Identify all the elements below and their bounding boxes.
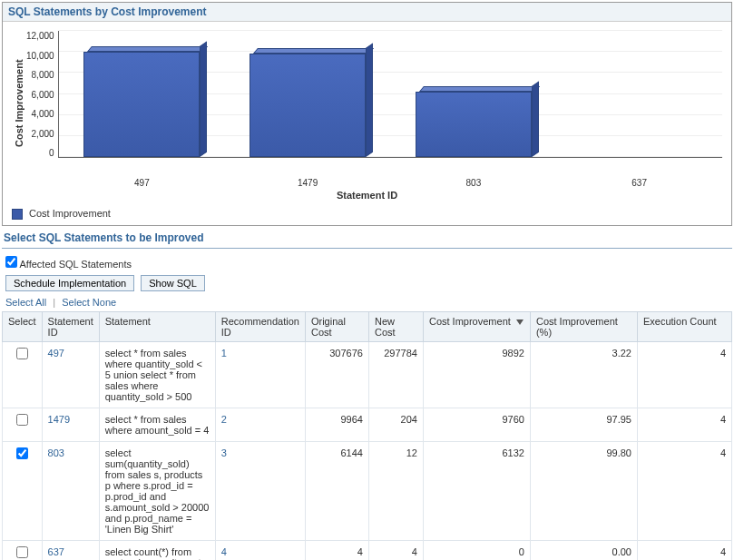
ytick: 0 [26,148,54,158]
original-cost: 4 [305,541,368,560]
ytick: 12,000 [26,31,54,41]
chart-bar[interactable] [250,54,366,157]
select-links: Select All | Select None [2,295,732,311]
col-statement[interactable]: Statement [99,312,215,342]
select-section: Select SQL Statements to be Improved Aff… [2,228,732,560]
original-cost: 6144 [305,442,368,541]
execution-count: 4 [637,342,731,408]
chart-panel: SQL Statements by Cost Improvement Cost … [2,2,732,226]
row-select-checkbox[interactable] [16,414,28,426]
show-sql-button[interactable]: Show SQL [141,275,205,291]
bar-slot [59,31,225,157]
chart-bar[interactable] [416,92,532,157]
ytick: 6,000 [26,90,54,100]
cost-improvement: 9892 [423,342,530,408]
select-none-link[interactable]: Select None [62,297,116,308]
statement-text: select count(*) from costs where unit_co… [99,541,215,560]
chart-xaxis: 4971479803637 [59,176,722,188]
chart-plot [58,31,722,158]
recommendation-id-link[interactable]: 2 [215,408,305,442]
ytick: 8,000 [26,70,54,80]
statement-id-link[interactable]: 637 [42,541,99,560]
recommendation-id-link[interactable]: 1 [215,342,305,408]
col-select[interactable]: Select [3,312,43,342]
statement-text: select * from sales where amount_sold = … [99,408,215,442]
chart-ylabel: Cost Improvement [12,31,26,176]
statement-id-link[interactable]: 497 [42,342,99,408]
chart-legend: Cost Improvement [3,204,731,225]
new-cost: 297784 [368,342,423,408]
col-stmt-id[interactable]: Statement ID [42,312,99,342]
select-section-title: Select SQL Statements to be Improved [2,228,732,249]
col-cost-imp-pct[interactable]: Cost Improvement (%) [530,312,637,342]
select-all-link[interactable]: Select All [5,297,46,308]
original-cost: 307676 [305,342,368,408]
bar-slot [224,31,390,157]
new-cost: 4 [368,541,423,560]
cost-improvement: 9760 [423,408,530,442]
table-row: 1479select * from sales where amount_sol… [3,408,732,442]
statement-text: select sum(quantity_sold) from sales s, … [99,442,215,541]
table-row: 497select * from sales where quantity_so… [3,342,732,408]
sql-table: Select Statement ID Statement Recommenda… [2,311,732,560]
cost-improvement-pct: 0.00 [530,541,637,560]
affected-row: Affected SQL Statements [2,254,732,271]
col-cost-imp[interactable]: Cost Improvement [423,312,530,342]
execution-count: 4 [637,408,731,442]
affected-checkbox[interactable] [5,256,17,268]
statement-text: select * from sales where quantity_sold … [99,342,215,408]
affected-label: Affected SQL Statements [19,259,132,270]
bar-slot [390,31,556,157]
cost-improvement-pct: 99.80 [530,442,637,541]
chart-bar[interactable] [83,52,200,157]
row-select-checkbox[interactable] [16,546,28,558]
col-cost-imp-label: Cost Improvement [429,316,511,327]
col-new-cost[interactable]: New Cost [368,312,423,342]
link-separator: | [53,297,55,308]
legend-label: Cost Improvement [29,208,111,219]
execution-count: 4 [637,541,731,560]
statement-id-link[interactable]: 803 [42,442,99,541]
cost-improvement-pct: 97.95 [530,408,637,442]
cost-improvement: 6132 [423,442,530,541]
new-cost: 12 [368,442,423,541]
recommendation-id-link[interactable]: 3 [215,442,305,541]
bar-slot [556,31,722,157]
ytick: 2,000 [26,129,54,139]
statement-id-link[interactable]: 1479 [42,408,99,442]
sort-desc-icon [516,319,524,325]
table-row: 803select sum(quantity_sold) from sales … [3,442,732,541]
xtick: 637 [556,176,722,188]
col-orig-cost[interactable]: Original Cost [305,312,368,342]
new-cost: 204 [368,408,423,442]
table-row: 637select count(*) from costs where unit… [3,541,732,560]
chart-area: Cost Improvement 12,00010,0008,0006,0004… [3,22,731,204]
original-cost: 9964 [305,408,368,442]
col-rec-id[interactable]: Recommendation ID [215,312,305,342]
xtick: 803 [391,176,557,188]
action-buttons: Schedule Implementation Show SQL [2,271,732,295]
ytick: 4,000 [26,109,54,119]
execution-count: 4 [637,442,731,541]
xtick: 497 [59,176,225,188]
legend-swatch [12,209,23,220]
chart-yaxis: 12,00010,0008,0006,0004,0002,0000 [26,31,58,158]
row-select-checkbox[interactable] [16,348,28,359]
row-select-checkbox[interactable] [16,447,28,459]
cost-improvement: 0 [423,541,530,560]
col-exec-count[interactable]: Execution Count [637,312,731,342]
chart-xlabel: Statement ID [12,190,722,201]
xtick: 1479 [225,176,391,188]
recommendation-id-link[interactable]: 4 [215,541,305,560]
chart-title: SQL Statements by Cost Improvement [3,3,731,22]
schedule-implementation-button[interactable]: Schedule Implementation [5,275,134,291]
ytick: 10,000 [26,51,54,61]
cost-improvement-pct: 3.22 [530,342,637,408]
